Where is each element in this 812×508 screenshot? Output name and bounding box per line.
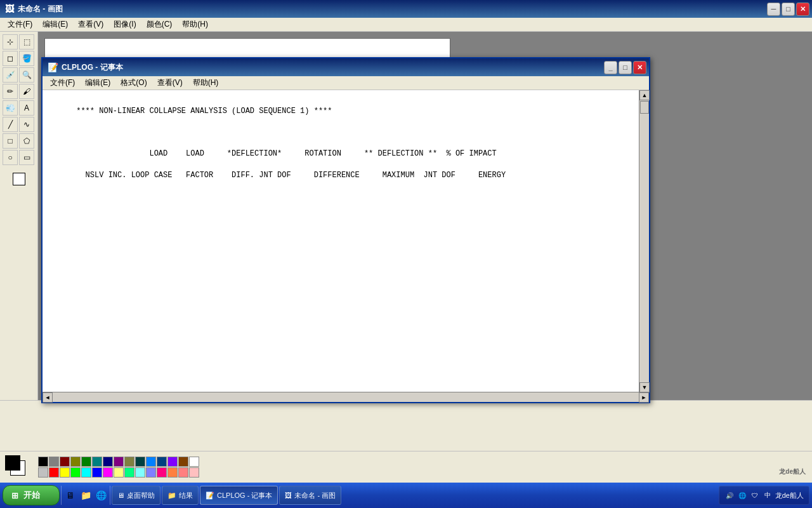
color-swatch[interactable] xyxy=(189,467,199,478)
color-swatch[interactable] xyxy=(135,467,145,478)
color-swatch[interactable] xyxy=(60,457,70,467)
notepad-menu-help[interactable]: 帮助(H) xyxy=(188,76,224,90)
notepad-close-btn[interactable]: ✕ xyxy=(633,61,646,74)
paint-menubar: 文件(F) 编辑(E) 查看(V) 图像(I) 颜色(C) 帮助(H) xyxy=(0,18,812,32)
text-tool[interactable]: A xyxy=(19,100,34,116)
color-swatch[interactable] xyxy=(124,457,134,467)
taskbar-btn-clplog[interactable]: 📝 CLPLOG - 记事本 xyxy=(200,486,278,505)
color-swatch[interactable] xyxy=(92,457,102,467)
notepad-menu-edit[interactable]: 编辑(E) xyxy=(80,76,115,90)
ql-browser-icon[interactable]: 🌐 xyxy=(95,489,107,502)
paint-maximize-btn[interactable]: □ xyxy=(782,3,795,16)
color-swatch[interactable] xyxy=(92,467,102,478)
notepad-maximize-btn[interactable]: □ xyxy=(619,61,632,74)
eraser-tool[interactable]: ◻ xyxy=(3,51,18,66)
pencil-tool[interactable]: ✏ xyxy=(3,84,18,99)
scroll-right-arrow[interactable]: ► xyxy=(639,392,649,403)
color-swatch[interactable] xyxy=(103,457,113,467)
color-swatch[interactable] xyxy=(124,467,134,478)
taskbar-btn-desktop[interactable]: 🖥 桌面帮助 xyxy=(112,486,160,505)
paint-menu-image[interactable]: 图像(I) xyxy=(108,18,141,31)
tray-icon-lang[interactable]: 中 xyxy=(763,490,773,500)
paint-close-btn[interactable]: ✕ xyxy=(796,3,809,16)
taskbar-btn-results-icon: 📁 xyxy=(167,491,176,500)
brush-tool[interactable]: 🖌 xyxy=(19,84,34,99)
rect-tool[interactable]: □ xyxy=(3,133,18,149)
taskbar-btn-results[interactable]: 📁 结果 xyxy=(162,486,199,505)
color-swatch[interactable] xyxy=(49,457,59,467)
notepad-title: CLPLOG - 记事本 xyxy=(62,62,123,73)
color-swatch[interactable] xyxy=(60,467,70,478)
notepad-text-area[interactable]: **** NON-LINEAR COLLAPSE ANALYSIS (LOAD … xyxy=(43,90,649,349)
fill-tool[interactable]: 🪣 xyxy=(19,51,34,66)
color-swatch[interactable] xyxy=(189,457,199,467)
color-swatch[interactable] xyxy=(167,457,178,467)
rounded-rect-tool[interactable]: ▭ xyxy=(19,150,34,165)
paint-menu-edit[interactable]: 编辑(E) xyxy=(37,18,73,31)
notepad-line-4: NSLV INC. LOOP CASE FACTOR DIFF. JNT DOF… xyxy=(76,171,506,180)
color-swatch[interactable] xyxy=(146,457,156,467)
notepad-hscrollbar[interactable]: ◄ ► xyxy=(43,392,649,402)
tray-icon-network[interactable]: 🌐 xyxy=(737,490,747,500)
notepad-minimize-btn[interactable]: _ xyxy=(604,61,617,74)
color-swatch[interactable] xyxy=(178,467,188,478)
taskbar-btn-paint[interactable]: 🖼 未命名 - 画图 xyxy=(279,486,341,505)
colors-bar xyxy=(0,451,812,483)
magnifier-tool[interactable]: 🔍 xyxy=(19,67,34,83)
color-swatch[interactable] xyxy=(70,467,81,478)
color-swatch[interactable] xyxy=(178,457,188,467)
scroll-thumb-v[interactable] xyxy=(640,101,649,114)
taskbar: ⊞ 开始 🖥 📁 🌐 🖥 桌面帮助 📁 结果 📝 CLPLOG - 记事本 🖼 … xyxy=(0,483,812,508)
ql-folder-icon[interactable]: 📁 xyxy=(79,489,92,502)
select-tool[interactable]: ⊹ xyxy=(3,34,18,50)
curve-tool[interactable]: ∿ xyxy=(19,117,34,132)
paint-menu-help[interactable]: 帮助(H) xyxy=(177,18,213,31)
paint-minimize-btn[interactable]: ─ xyxy=(767,3,780,16)
notepad-menubar: 文件(F) 编辑(E) 格式(O) 查看(V) 帮助(H) xyxy=(43,76,649,90)
foreground-color[interactable] xyxy=(5,455,20,471)
paint-menu-view[interactable]: 查看(V) xyxy=(73,18,108,31)
color-swatch[interactable] xyxy=(114,457,124,467)
color-swatch[interactable] xyxy=(167,467,178,478)
tool-row-3: 💉 🔍 xyxy=(3,67,35,83)
color-swatch[interactable] xyxy=(146,467,156,478)
color-swatch[interactable] xyxy=(49,467,59,478)
color-swatch[interactable] xyxy=(38,467,48,478)
color-swatch[interactable] xyxy=(135,457,145,467)
color-swatch[interactable] xyxy=(103,467,113,478)
paint-menu-file[interactable]: 文件(F) xyxy=(3,18,37,31)
tray-icon-antivirus[interactable]: 🛡 xyxy=(750,490,760,500)
ellipse-tool[interactable]: ○ xyxy=(3,150,18,165)
color-swatch[interactable] xyxy=(38,457,48,467)
polygon-tool[interactable]: ⬠ xyxy=(19,133,34,149)
color-swatch[interactable] xyxy=(157,467,167,478)
quick-launch: 🖥 📁 🌐 xyxy=(61,486,110,505)
scroll-up-arrow[interactable]: ▲ xyxy=(639,90,650,100)
tray-icon-volume[interactable]: 🔊 xyxy=(724,490,735,500)
lasso-tool[interactable]: ⬚ xyxy=(19,34,34,50)
color-swatch[interactable] xyxy=(157,457,167,467)
line-tool[interactable]: ╱ xyxy=(3,117,18,132)
paint-menu-color[interactable]: 颜色(C) xyxy=(141,18,178,31)
ql-desktop-icon[interactable]: 🖥 xyxy=(64,489,77,502)
notepad-line-3: LOAD LOAD *DEFLECTION* ROTATION ** DEFLE… xyxy=(76,149,497,158)
color-swatch[interactable] xyxy=(114,467,124,478)
color-swatch[interactable] xyxy=(81,467,91,478)
notepad-vscrollbar[interactable]: ▲ ▼ xyxy=(639,90,649,392)
notepad-menu-view[interactable]: 查看(V) xyxy=(152,76,188,90)
start-button[interactable]: ⊞ 开始 xyxy=(3,485,60,505)
scroll-track-v xyxy=(639,101,649,382)
notepad-menu-file[interactable]: 文件(F) xyxy=(45,76,80,90)
notepad-body: **** NON-LINEAR COLLAPSE ANALYSIS (LOAD … xyxy=(43,90,649,392)
color-swatch[interactable] xyxy=(81,457,91,467)
airbrush-tool[interactable]: 💨 xyxy=(3,100,18,116)
color-swatch[interactable] xyxy=(70,457,81,467)
tool-row-7: □ ⬠ xyxy=(3,133,35,149)
tool-row-4: ✏ 🖌 xyxy=(3,84,35,99)
scroll-left-arrow[interactable]: ◄ xyxy=(43,392,53,403)
paint-toolbar: ⊹ ⬚ ◻ 🪣 💉 🔍 ✏ 🖌 💨 A ╱ ∿ xyxy=(0,32,38,400)
eyedropper-tool[interactable]: 💉 xyxy=(3,67,18,83)
scroll-down-arrow[interactable]: ▼ xyxy=(639,382,650,392)
notepad-menu-format[interactable]: 格式(O) xyxy=(115,76,152,90)
system-tray: 🔊 🌐 🛡 中 龙de船人 xyxy=(719,486,809,505)
